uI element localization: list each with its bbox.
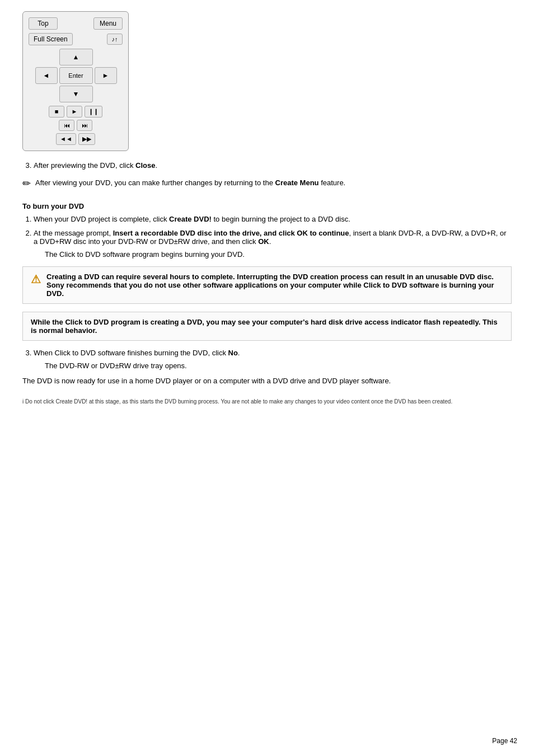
create-menu-note: ✏ After viewing your DVD, you can make f…	[22, 177, 512, 193]
stop-button[interactable]: ■	[49, 106, 64, 118]
drive-tray-note: The DVD-RW or DVD±RW drive tray opens.	[45, 361, 512, 370]
final-note: The DVD is now ready for use in a home D…	[22, 375, 512, 387]
playback-controls: ■ ► ❙❙	[29, 106, 123, 118]
fullscreen-button[interactable]: Full Screen	[29, 33, 73, 45]
burn-steps-list: When your DVD project is complete, click…	[34, 215, 512, 259]
footer-note: i Do not click Create DVD! at this stage…	[22, 397, 512, 406]
burn-step-3: When Click to DVD software finishes burn…	[34, 349, 512, 370]
info-block: While the Click to DVD program is creati…	[22, 312, 512, 341]
nav-right-button[interactable]: ►	[95, 67, 117, 84]
dvd-remote-widget: Top Menu Full Screen ♪↑ ▲ ◄ Enter ► ▼ ■ …	[22, 11, 129, 151]
menu-button[interactable]: Menu	[93, 17, 123, 30]
info-text: While the Click to DVD program is creati…	[31, 318, 498, 335]
step-3-after-preview: After previewing the DVD, click Close.	[34, 161, 512, 170]
warning-text: Creating a DVD can require several hours…	[46, 273, 503, 298]
rewind-button[interactable]: ◄◄	[56, 133, 76, 145]
burn-dvd-section-title: To burn your DVD	[22, 202, 512, 210]
subtitle-button[interactable]: ♪↑	[107, 34, 123, 45]
page-number: Page 42	[492, 737, 517, 745]
nav-down-button[interactable]: ▼	[59, 86, 93, 102]
burn-step-2: At the message prompt, Insert a recordab…	[34, 229, 512, 259]
warning-icon: ⚠	[31, 273, 41, 286]
prev-button[interactable]: ⏮	[59, 120, 74, 131]
warning-block: ⚠ Creating a DVD can require several hou…	[22, 266, 512, 304]
nav-left-button[interactable]: ◄	[35, 67, 58, 84]
top-button[interactable]: Top	[29, 17, 58, 30]
nav-up-button[interactable]: ▲	[59, 49, 93, 65]
pencil-icon: ✏	[22, 177, 31, 190]
nav-pad: ▲ ◄ Enter ► ▼	[35, 49, 116, 102]
play-button[interactable]: ►	[67, 106, 82, 118]
next-button[interactable]: ⏭	[77, 120, 92, 131]
burn-step-1: When your DVD project is complete, click…	[34, 215, 512, 223]
fastforward-button[interactable]: ▶▶	[78, 133, 95, 145]
burning-starts-note: The Click to DVD software program begins…	[45, 250, 512, 259]
nav-enter-button[interactable]: Enter	[59, 67, 93, 84]
pause-button[interactable]: ❙❙	[85, 106, 102, 118]
